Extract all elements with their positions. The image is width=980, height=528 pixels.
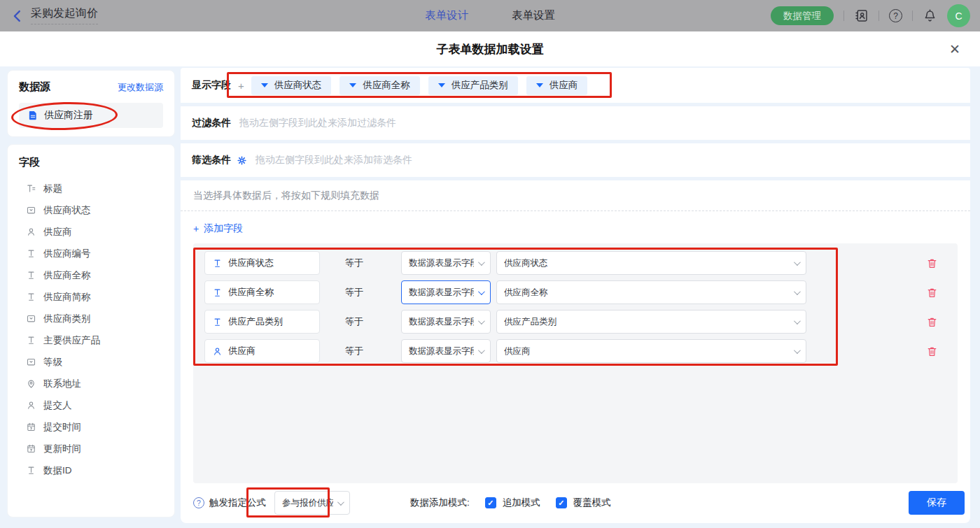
trash-icon[interactable] xyxy=(926,345,938,357)
caret-down-icon xyxy=(536,83,543,87)
field-item-data-id[interactable]: 数据ID xyxy=(8,459,174,481)
rule-target-select[interactable]: 供应产品类别 xyxy=(496,310,806,334)
chevron-down-icon xyxy=(794,259,801,266)
display-tag[interactable]: 供应产品类别 xyxy=(428,76,518,95)
field-item-title[interactable]: 标题 xyxy=(8,178,174,199)
chevron-down-icon xyxy=(478,288,485,295)
field-item-supplier-no[interactable]: 供应商编号 xyxy=(8,243,174,264)
text-icon xyxy=(26,335,36,345)
rule-target-select[interactable]: 供应商 xyxy=(496,339,806,363)
rule-row: 供应商全称 等于 数据源表显示字段值 供应商全称 xyxy=(204,280,946,304)
rule-target-select[interactable]: 供应商全称 xyxy=(496,280,806,304)
add-field-button[interactable]: + 添加字段 xyxy=(193,222,243,235)
rule-source-select[interactable]: 数据源表显示字段值 xyxy=(401,339,491,363)
field-label: 更新时间 xyxy=(43,443,81,455)
field-item-level[interactable]: 等级 xyxy=(8,351,174,373)
filter-placeholder: 拖动左侧字段到此处来添加过滤条件 xyxy=(239,117,396,129)
trash-icon[interactable] xyxy=(926,316,938,328)
person-icon xyxy=(26,227,36,237)
topbar-actions: 数据管理 ? C xyxy=(771,0,970,31)
formula-label: 触发指定公式 xyxy=(209,497,266,509)
field-label: 供应商简称 xyxy=(43,291,91,304)
plus-icon[interactable]: + xyxy=(238,80,244,92)
rule-field[interactable]: 供应商全称 xyxy=(204,280,320,304)
field-label: 供应商编号 xyxy=(43,248,91,260)
checkbox-append-mode[interactable] xyxy=(485,497,496,508)
rule-target-select[interactable]: 供应商状态 xyxy=(496,251,806,275)
display-tag[interactable]: 供应商全称 xyxy=(340,76,420,95)
tab-form-settings[interactable]: 表单设置 xyxy=(512,8,555,23)
help-icon[interactable]: ? xyxy=(889,9,902,22)
contacts-icon[interactable] xyxy=(854,8,869,23)
field-item-update-time[interactable]: 更新时间 xyxy=(8,438,174,459)
checkbox-overwrite-mode[interactable] xyxy=(556,497,567,508)
trash-icon[interactable] xyxy=(926,257,938,269)
chevron-down-icon xyxy=(478,317,485,324)
close-icon[interactable]: ✕ xyxy=(945,39,965,59)
field-label: 供应商 xyxy=(43,226,72,238)
panel-footer: ? 触发指定公式 参与报价供应... 数据添加模式: 追加模式 覆盖模式 保存 xyxy=(193,483,965,523)
filter-condition-row[interactable]: 过滤条件 拖动左侧字段到此处来添加过滤条件 xyxy=(181,106,970,140)
datasource-selected[interactable]: 供应商注册 xyxy=(19,103,163,128)
equals-label: 等于 xyxy=(345,286,366,299)
rule-field[interactable]: 供应商 xyxy=(204,339,320,363)
modal-title: 子表单数据加载设置 xyxy=(437,41,544,57)
data-manage-button[interactable]: 数据管理 xyxy=(771,6,834,25)
field-label: 供应商状态 xyxy=(43,204,91,217)
field-item-main-products[interactable]: 主要供应产品 xyxy=(8,329,174,351)
trash-icon[interactable] xyxy=(926,287,938,299)
display-tag[interactable]: 供应商 xyxy=(526,76,588,95)
tab-form-design[interactable]: 表单设计 xyxy=(425,8,468,23)
fill-rules-panel: 当选择具体数据后，将按如下规则填充数据 + 添加字段 供应商状态 等于 数据源表… xyxy=(181,180,970,523)
equals-label: 等于 xyxy=(345,345,366,357)
chevron-down-icon xyxy=(337,499,344,506)
field-label: 数据ID xyxy=(43,464,72,477)
overwrite-mode-label: 覆盖模式 xyxy=(573,497,611,509)
text-icon xyxy=(212,258,223,269)
field-label: 提交人 xyxy=(43,399,72,412)
field-label: 标题 xyxy=(43,183,62,195)
rules-list: 供应商状态 等于 数据源表显示字段值 供应商状态 供应商全称 等于 数据源表显示… xyxy=(193,243,958,483)
plus-icon: + xyxy=(193,223,199,234)
chevron-down-icon xyxy=(478,259,485,266)
title-icon xyxy=(26,183,36,194)
location-icon xyxy=(26,378,36,389)
field-item-contact-address[interactable]: 联系地址 xyxy=(8,373,174,394)
caret-down-icon xyxy=(349,83,356,87)
rule-field[interactable]: 供应商状态 xyxy=(204,251,320,275)
field-label: 提交时间 xyxy=(43,421,81,434)
screen-placeholder: 拖动左侧字段到此处来添加筛选条件 xyxy=(255,154,412,166)
topbar: 采购发起询价 表单设计 表单设置 数据管理 ? C xyxy=(0,0,980,31)
display-fields-label: 显示字段 xyxy=(192,79,231,92)
save-button[interactable]: 保存 xyxy=(909,491,965,515)
text-icon xyxy=(212,317,223,327)
change-datasource-link[interactable]: 更改数据源 xyxy=(118,81,163,94)
field-item-supplier-shortname[interactable]: 供应商简称 xyxy=(8,286,174,308)
chevron-down-icon xyxy=(478,347,485,354)
field-item-supplier-status[interactable]: 供应商状态 xyxy=(8,199,174,221)
rule-source-select[interactable]: 数据源表显示字段值 xyxy=(401,251,491,275)
field-item-submit-time[interactable]: 提交时间 xyxy=(8,416,174,438)
text-icon xyxy=(26,465,36,476)
bell-icon[interactable] xyxy=(923,8,937,23)
gear-icon[interactable] xyxy=(237,155,247,166)
avatar[interactable]: C xyxy=(947,4,970,27)
rule-source-select[interactable]: 数据源表显示字段值 xyxy=(401,310,491,334)
help-icon[interactable]: ? xyxy=(193,497,204,508)
screen-label: 筛选条件 xyxy=(192,154,231,166)
field-item-supplier-fullname[interactable]: 供应商全称 xyxy=(8,264,174,286)
display-field-tags: 供应商状态 供应商全称 供应产品类别 供应商 xyxy=(251,76,588,95)
data-add-mode-label: 数据添加模式: xyxy=(410,497,470,509)
formula-select[interactable]: 参与报价供应... xyxy=(274,491,350,515)
text-icon xyxy=(26,292,36,302)
rule-field[interactable]: 供应产品类别 xyxy=(204,310,320,334)
field-item-supplier[interactable]: 供应商 xyxy=(8,221,174,243)
screen: 采购发起询价 表单设计 表单设置 数据管理 ? C 子表单数据加载设置 ✕ 数据… xyxy=(0,0,980,528)
calendar-icon xyxy=(26,422,36,432)
display-tag[interactable]: 供应商状态 xyxy=(251,76,332,95)
rule-source-select[interactable]: 数据源表显示字段值 xyxy=(401,280,491,304)
field-item-submitter[interactable]: 提交人 xyxy=(8,394,174,416)
screen-condition-row[interactable]: 筛选条件 拖动左侧字段到此处来添加筛选条件 xyxy=(181,143,970,177)
datasource-card: 数据源 更改数据源 供应商注册 xyxy=(7,70,175,137)
field-item-supplier-category[interactable]: 供应商类别 xyxy=(8,308,174,329)
